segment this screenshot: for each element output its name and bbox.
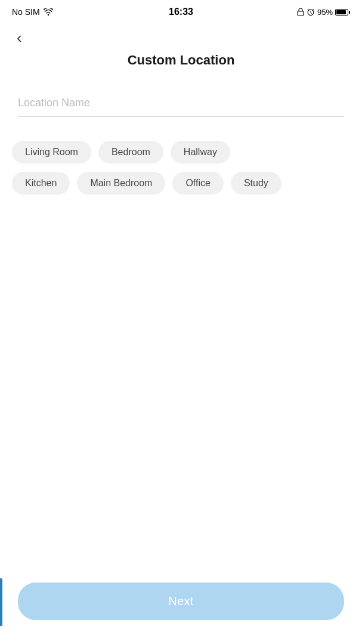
status-bar: No SIM 16:33 95% [0, 0, 362, 21]
chip-office[interactable]: Office [172, 172, 224, 195]
battery-icon [335, 9, 350, 16]
status-left: No SIM [12, 7, 53, 17]
chips-row-2: Kitchen Main Bedroom Office Study [12, 172, 350, 195]
chip-living-room[interactable]: Living Room [12, 141, 91, 164]
chip-bedroom[interactable]: Bedroom [98, 141, 163, 164]
back-icon: ‹ [17, 29, 22, 47]
status-right: 95% [297, 8, 350, 17]
status-time: 16:33 [169, 7, 193, 17]
chip-hallway[interactable]: Hallway [171, 141, 230, 164]
svg-rect-1 [298, 11, 304, 16]
chip-study[interactable]: Study [231, 172, 281, 195]
input-section [18, 92, 344, 117]
next-button[interactable]: Next [18, 583, 344, 620]
lock-icon [297, 8, 304, 16]
chips-section: Living Room Bedroom Hallway Kitchen Main… [12, 141, 350, 195]
alarm-icon [307, 8, 315, 16]
page-title: Custom Location [0, 53, 362, 68]
location-name-input[interactable] [18, 92, 344, 117]
chips-row-1: Living Room Bedroom Hallway [12, 141, 350, 164]
svg-point-0 [47, 14, 48, 16]
chip-main-bedroom[interactable]: Main Bedroom [77, 172, 165, 195]
chip-kitchen[interactable]: Kitchen [12, 172, 70, 195]
accent-bar [0, 578, 2, 626]
next-button-container: Next [18, 583, 344, 620]
battery-pct: 95% [317, 8, 333, 17]
wifi-icon [44, 8, 53, 16]
carrier-label: No SIM [12, 7, 40, 17]
back-button[interactable]: ‹ [12, 26, 27, 50]
